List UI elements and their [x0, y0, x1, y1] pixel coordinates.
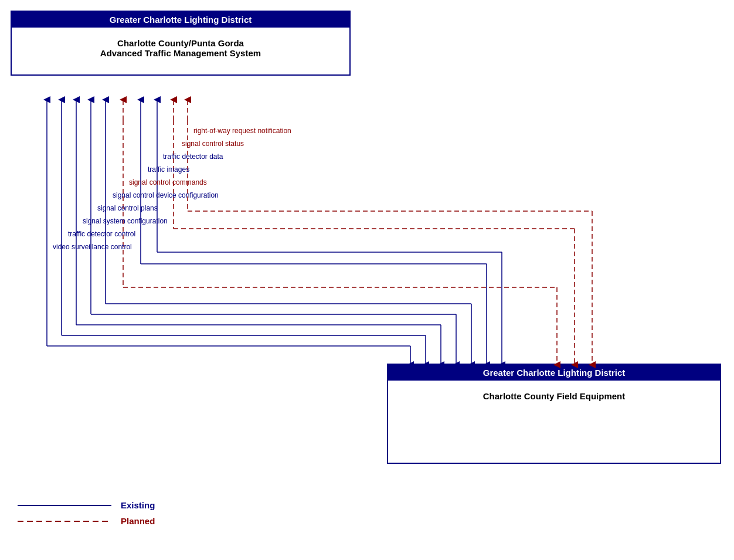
legend-existing-line: [18, 502, 111, 509]
bottom-right-box-body: Charlotte County Field Equipment: [388, 381, 720, 463]
flow-label-row3: traffic detector data: [163, 152, 223, 161]
top-left-box-header: Greater Charlotte Lighting District: [12, 12, 349, 28]
legend: Existing Planned: [18, 500, 155, 532]
top-left-box-body-line1: Charlotte County/Punta Gorda: [117, 38, 244, 48]
legend-existing-label: Existing: [121, 500, 155, 510]
top-left-box: Greater Charlotte Lighting District Char…: [11, 11, 351, 76]
flow-label-row2: signal control status: [182, 140, 244, 148]
bottom-right-box-body-text: Charlotte County Field Equipment: [483, 391, 626, 401]
flow-label-row8: signal system configuration: [83, 217, 168, 225]
diagram-container: Greater Charlotte Lighting District Char…: [0, 0, 734, 560]
legend-existing: Existing: [18, 500, 155, 510]
flow-label-row1: right-of-way request notification: [193, 127, 291, 135]
flow-label-row10: video surveillance control: [53, 243, 132, 251]
top-left-box-body-line2: Advanced Traffic Management System: [100, 48, 261, 58]
flow-label-row9: traffic detector control: [68, 230, 135, 238]
top-left-box-body: Charlotte County/Punta Gorda Advanced Tr…: [12, 28, 349, 74]
legend-planned-line: [18, 518, 111, 525]
bottom-right-box: Greater Charlotte Lighting District Char…: [387, 364, 721, 464]
bottom-right-box-header: Greater Charlotte Lighting District: [388, 365, 720, 381]
flow-label-row5: signal control commands: [129, 178, 207, 186]
connections-svg: [0, 0, 734, 560]
legend-planned-label: Planned: [121, 516, 155, 526]
flow-label-row7: signal control plans: [97, 204, 158, 212]
legend-planned: Planned: [18, 516, 155, 526]
flow-label-row4: traffic images: [148, 165, 189, 174]
flow-label-row6: signal control device configuration: [113, 191, 219, 199]
